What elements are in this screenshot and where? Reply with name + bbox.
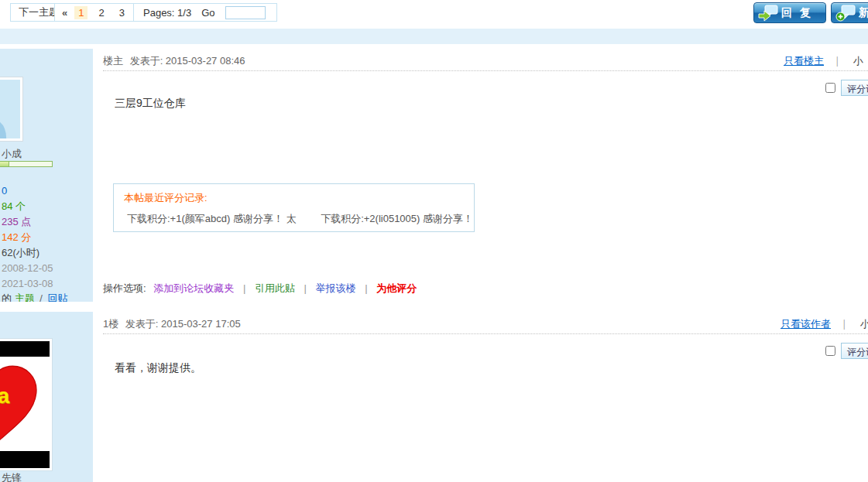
rate-select-checkbox[interactable] bbox=[825, 83, 835, 93]
forum-thread-page: 下一主题 « 1 2 3 » Pages: 1/3 Go 回 复 新 帖 bbox=[0, 0, 868, 482]
level-progress-bar bbox=[0, 161, 53, 167]
user-topics-link[interactable]: 主题 bbox=[15, 292, 35, 302]
user-replies-link[interactable]: 回贴 bbox=[48, 292, 68, 302]
avatar-letterbox-bar bbox=[0, 341, 50, 357]
page-3-button[interactable]: 3 bbox=[115, 6, 129, 19]
goto-page-input[interactable] bbox=[225, 6, 266, 19]
rating-box-title: 本帖最近评分记录: bbox=[124, 191, 474, 205]
post-date: 发表于: 2015-03-27 08:46 bbox=[130, 55, 245, 67]
stat-value: 84 个 bbox=[2, 199, 53, 214]
default-avatar-person-icon bbox=[0, 80, 20, 138]
avatar-image: ina bbox=[0, 357, 50, 451]
post-1-user-panel: 小成 0 84 个 235 点 142 分 62(小时) 2008-12-05 … bbox=[0, 49, 93, 302]
pages-info-label: Pages: 1/3 bbox=[143, 7, 191, 19]
new-topic-button[interactable]: 新 帖 bbox=[831, 2, 868, 23]
footer-prefix: 的 bbox=[2, 292, 12, 302]
post-2-user-panel: ina 先锋 bbox=[0, 312, 93, 482]
header-divider bbox=[103, 70, 868, 71]
score-record-button[interactable]: 评分记录 bbox=[841, 80, 868, 96]
stat-value: 2008-12-05 bbox=[2, 261, 53, 276]
rate-select-checkbox[interactable] bbox=[825, 346, 835, 356]
quote-post-link[interactable]: 引用此贴 bbox=[255, 282, 295, 294]
header-divider bbox=[103, 333, 868, 334]
post-header: 楼主 发表于: 2015-03-27 08:46 bbox=[103, 54, 245, 68]
post-operations: 操作选项: 添加到论坛收藏夹 | 引用此贴 | 举报该楼 | 为他评分 bbox=[103, 282, 417, 296]
avatar[interactable]: ina bbox=[0, 338, 53, 471]
thread-separator-band bbox=[0, 29, 868, 44]
font-size-small-button[interactable]: 小 bbox=[853, 55, 863, 67]
operations-label: 操作选项: bbox=[103, 282, 146, 294]
stat-value: 142 分 bbox=[2, 230, 53, 245]
post-content: 三层9工位仓库 bbox=[115, 97, 186, 111]
rating-entry: 下载积分:+2(li051005) 感谢分享！ bbox=[321, 213, 473, 224]
floor-label: 楼主 bbox=[103, 55, 123, 67]
rate-user-link[interactable]: 为他评分 bbox=[376, 282, 417, 294]
go-label: Go bbox=[201, 7, 214, 19]
user-topics-replies-links: 的 主题 / 回贴 bbox=[2, 292, 68, 302]
avatar-caption-text: ina bbox=[0, 385, 10, 409]
reply-bubble-icon bbox=[758, 5, 778, 22]
post-1-body: 楼主 发表于: 2015-03-27 08:46 只看楼主 ｜ 小 中 评分记录… bbox=[93, 49, 868, 302]
avatar-letterbox-bar bbox=[0, 451, 50, 468]
add-to-favorites-link[interactable]: 添加到论坛收藏夹 bbox=[153, 282, 234, 294]
post-content: 看看，谢谢提供。 bbox=[115, 361, 201, 375]
reply-button[interactable]: 回 复 bbox=[753, 2, 826, 23]
stat-value: 0 bbox=[2, 183, 53, 199]
footer-separator: / bbox=[39, 292, 43, 302]
avatar[interactable] bbox=[0, 77, 23, 142]
post-2-body: 1楼 发表于: 2015-03-27 17:05 只看该作者 ｜ 小 中 评分记… bbox=[93, 312, 868, 482]
tools-separator: ｜ bbox=[832, 55, 842, 67]
ops-separator: | bbox=[365, 282, 367, 294]
stat-value: 235 点 bbox=[2, 214, 53, 230]
ops-separator: | bbox=[243, 282, 245, 294]
new-post-bubble-icon bbox=[835, 5, 856, 22]
page-first-button[interactable]: « bbox=[62, 7, 67, 19]
score-record-button[interactable]: 评分记录 bbox=[841, 343, 868, 359]
post-date: 发表于: 2015-03-27 17:05 bbox=[125, 318, 241, 330]
new-button-label: 新 帖 bbox=[859, 6, 868, 20]
stat-value: 2021-03-08 bbox=[2, 276, 53, 292]
view-only-author-link[interactable]: 只看楼主 bbox=[784, 55, 824, 67]
rating-entries: 下载积分:+1(颜军abcd) 感谢分享！ 太 下载积分:+2(li051005… bbox=[127, 212, 474, 226]
page-1-button[interactable]: 1 bbox=[74, 6, 87, 19]
post-header-tools: 只看该作者 ｜ 小 中 bbox=[781, 317, 868, 331]
user-stats-list: 0 84 个 235 点 142 分 62(小时) 2008-12-05 202… bbox=[2, 183, 53, 292]
floor-label: 1楼 bbox=[103, 318, 118, 330]
post-header-tools: 只看楼主 ｜ 小 中 bbox=[784, 54, 868, 68]
post-header: 1楼 发表于: 2015-03-27 17:05 bbox=[103, 317, 241, 331]
user-level-label: 先锋 bbox=[2, 471, 22, 482]
rating-records-box: 本帖最近评分记录: 下载积分:+1(颜军abcd) 感谢分享！ 太 下载积分:+… bbox=[113, 183, 475, 232]
stat-value: 62(小时) bbox=[2, 245, 53, 261]
user-level-label: 小成 bbox=[2, 147, 22, 161]
report-post-link[interactable]: 举报该楼 bbox=[316, 282, 356, 294]
reply-button-label: 回 复 bbox=[781, 6, 813, 20]
tools-separator: ｜ bbox=[839, 318, 849, 330]
pages-info-box: Pages: 1/3 Go bbox=[133, 3, 277, 22]
post-1: 小成 0 84 个 235 点 142 分 62(小时) 2008-12-05 … bbox=[0, 49, 868, 302]
font-size-small-button[interactable]: 小 bbox=[860, 318, 868, 330]
ops-separator: | bbox=[304, 282, 307, 294]
post-2: ina 先锋 1楼 发表于: 2015-03-27 17:05 只看该作者 ｜ … bbox=[0, 312, 868, 482]
page-2-button[interactable]: 2 bbox=[94, 6, 108, 19]
view-only-author-link[interactable]: 只看该作者 bbox=[781, 318, 831, 330]
rating-entry: 下载积分:+1(颜军abcd) 感谢分享！ 太 bbox=[127, 213, 297, 224]
